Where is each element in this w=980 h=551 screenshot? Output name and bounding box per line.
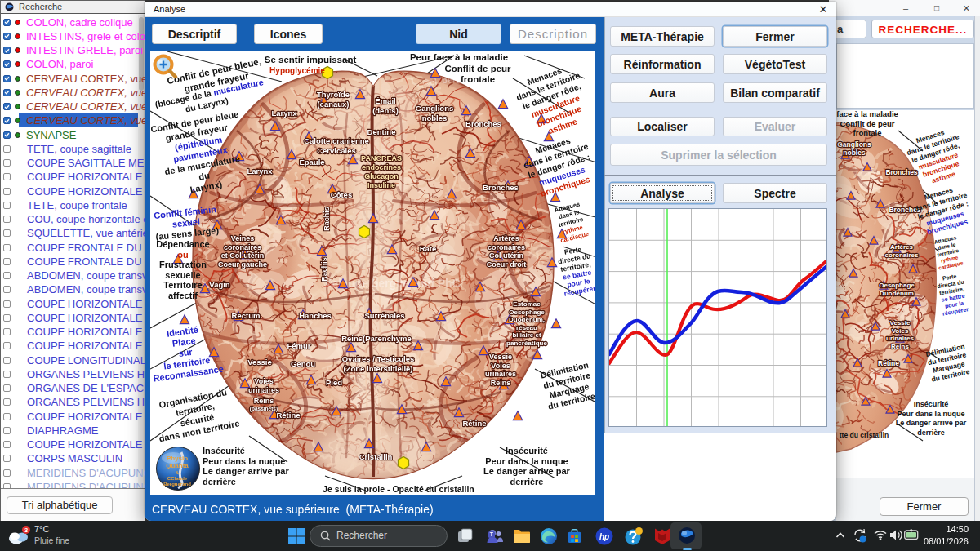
svg-text:Oesophage: Oesophage bbox=[509, 309, 545, 316]
svg-text:Coeur gauche: Coeur gauche bbox=[218, 260, 267, 269]
svg-text:Côtes: Côtes bbox=[331, 190, 352, 199]
svg-text:nobles: nobles bbox=[843, 149, 866, 157]
svg-text:Artères: Artères bbox=[890, 243, 914, 251]
svg-text:T: T bbox=[490, 531, 494, 537]
svg-text:hp: hp bbox=[599, 532, 609, 541]
svg-text:PANCREAS: PANCREAS bbox=[361, 154, 402, 162]
svg-text:Peur face à la maladie: Peur face à la maladie bbox=[410, 52, 508, 62]
svg-text:Se sentir impuissant: Se sentir impuissant bbox=[265, 55, 357, 64]
svg-text:Peur dans la nuque: Peur dans la nuque bbox=[203, 456, 285, 466]
svg-text:coronaires: coronaires bbox=[885, 251, 919, 259]
svg-text:ou: ou bbox=[177, 250, 188, 260]
svg-text:Duodénum: Duodénum bbox=[880, 290, 914, 297]
svg-text:pancréatique: pancréatique bbox=[506, 340, 547, 347]
svg-text:Frustration: Frustration bbox=[159, 260, 207, 269]
svg-text:CClaude: CClaude bbox=[167, 476, 188, 481]
svg-text:Estomac: Estomac bbox=[513, 300, 541, 308]
svg-text:Épaule: Épaule bbox=[299, 158, 324, 167]
svg-text:Veines: Veines bbox=[231, 234, 255, 242]
svg-text:tte du cristallin: tte du cristallin bbox=[840, 431, 889, 439]
svg-text:Thyroïde: Thyroïde bbox=[317, 90, 350, 99]
svg-text:Col utérin: Col utérin bbox=[489, 251, 523, 260]
svg-text:Bronches: Bronches bbox=[885, 168, 917, 176]
svg-text:Artères: Artères bbox=[493, 234, 519, 242]
svg-text:Rachis: Rachis bbox=[323, 207, 331, 231]
svg-text:Ganglions: Ganglions bbox=[837, 140, 871, 149]
svg-text:Le danger arrive par: Le danger arrive par bbox=[203, 466, 289, 476]
svg-text:Reins: Reins bbox=[491, 379, 511, 387]
svg-text:Insécurité: Insécurité bbox=[203, 446, 245, 455]
svg-text:Cervicales: Cervicales bbox=[317, 146, 356, 155]
svg-text:Berguerand: Berguerand bbox=[163, 482, 191, 487]
svg-text:Ganglions: Ganglions bbox=[416, 104, 453, 113]
svg-text:coronaires: coronaires bbox=[488, 243, 525, 251]
svg-text:Peur dans la nuque: Peur dans la nuque bbox=[897, 410, 964, 418]
svg-text:Peur dans la nuque: Peur dans la nuque bbox=[485, 456, 568, 466]
svg-text:Territoire: Territoire bbox=[163, 280, 202, 290]
svg-text:Hanches: Hanches bbox=[299, 311, 332, 320]
svg-text:Rétine: Rétine bbox=[878, 359, 899, 367]
svg-text:ur face à la maladie: ur face à la maladie bbox=[836, 110, 898, 118]
svg-text:Physio: Physio bbox=[167, 455, 188, 462]
svg-text:frontale: frontale bbox=[461, 74, 495, 84]
svg-text:Bronches: Bronches bbox=[483, 183, 519, 192]
svg-text:Fémur: Fémur bbox=[287, 341, 310, 350]
svg-text:urinaires: urinaires bbox=[485, 370, 516, 378]
svg-text:&: & bbox=[176, 470, 179, 475]
svg-text:Conflit de peur: Conflit de peur bbox=[840, 119, 894, 128]
svg-text:Genou: Genou bbox=[291, 359, 315, 368]
svg-text:Larynx: Larynx bbox=[271, 109, 297, 118]
svg-text:Ovaires / Testicules: Ovaires / Testicules bbox=[342, 354, 415, 363]
svg-text:coronaires: coronaires bbox=[224, 243, 261, 251]
svg-text:3: 3 bbox=[24, 527, 28, 534]
svg-text:derrière: derrière bbox=[510, 477, 544, 487]
svg-text:Rate: Rate bbox=[420, 244, 437, 253]
svg-text:Rachis: Rachis bbox=[320, 257, 328, 282]
svg-text:affectif: affectif bbox=[168, 291, 198, 300]
svg-text:Je suis la proie - Opacité du: Je suis la proie - Opacité du cristallin bbox=[323, 484, 474, 494]
svg-text:Voies: Voies bbox=[892, 327, 909, 335]
svg-text:Insuline: Insuline bbox=[368, 181, 395, 189]
svg-text:et Col utérin: et Col utérin bbox=[221, 251, 265, 260]
svg-text:Vagin: Vagin bbox=[209, 280, 230, 289]
svg-text:du: du bbox=[198, 170, 210, 181]
svg-text:Hypoglycémie: Hypoglycémie bbox=[270, 66, 325, 75]
svg-text:Surrénales: Surrénales bbox=[364, 311, 404, 320]
svg-text:Oesophage: Oesophage bbox=[879, 282, 915, 289]
svg-text:Voies: Voies bbox=[254, 377, 273, 385]
svg-text:Conflit de peur: Conflit de peur bbox=[444, 64, 511, 73]
svg-text:Reins(Parenchyme: Reins(Parenchyme bbox=[341, 334, 412, 343]
svg-text:Calotte cranienne: Calotte cranienne bbox=[304, 136, 369, 145]
svg-text:Rectum: Rectum bbox=[232, 311, 261, 320]
svg-text:réseau: réseau bbox=[516, 324, 537, 331]
svg-text:Voies: Voies bbox=[491, 362, 510, 370]
svg-text:(Zone interstitielle): (Zone interstitielle) bbox=[344, 364, 413, 373]
svg-text:(canaux): (canaux) bbox=[317, 100, 349, 109]
svg-text:derrière: derrière bbox=[203, 477, 236, 487]
svg-text:sexuelle: sexuelle bbox=[165, 270, 200, 280]
svg-text:Émail: Émail bbox=[375, 96, 395, 105]
svg-text:biliaire et: biliaire et bbox=[512, 331, 541, 339]
svg-text:Vessie: Vessie bbox=[489, 353, 512, 361]
svg-text:Vessie: Vessie bbox=[247, 358, 272, 367]
svg-text:Duodénum,: Duodénum, bbox=[509, 316, 545, 323]
svg-text:Bronches: Bronches bbox=[466, 119, 501, 128]
svg-text:urinaires: urinaires bbox=[886, 335, 914, 342]
svg-text:Cristallin: Cristallin bbox=[359, 452, 393, 461]
svg-text:Pied: Pied bbox=[326, 378, 342, 387]
svg-text:Insécurité: Insécurité bbox=[506, 446, 548, 455]
svg-text:(dents): (dents) bbox=[372, 106, 399, 115]
svg-text:Glucagon: Glucagon bbox=[364, 172, 399, 180]
svg-text:Dépendance: Dépendance bbox=[156, 239, 209, 249]
svg-text:Larynx: Larynx bbox=[247, 167, 273, 176]
svg-text:Le danger arrive par: Le danger arrive par bbox=[896, 419, 967, 427]
svg-text:Insécurité: Insécurité bbox=[914, 400, 949, 408]
svg-text:frontale: frontale bbox=[853, 128, 882, 137]
svg-text:Quanta: Quanta bbox=[166, 462, 189, 469]
svg-text:Reins: Reins bbox=[254, 397, 274, 405]
svg-text:sur: sur bbox=[178, 347, 194, 358]
svg-text:Coeur droit: Coeur droit bbox=[487, 260, 527, 269]
svg-text:Vessie: Vessie bbox=[890, 319, 911, 327]
svg-text:Rétine: Rétine bbox=[276, 411, 300, 420]
svg-text:Reins: Reins bbox=[891, 343, 909, 350]
